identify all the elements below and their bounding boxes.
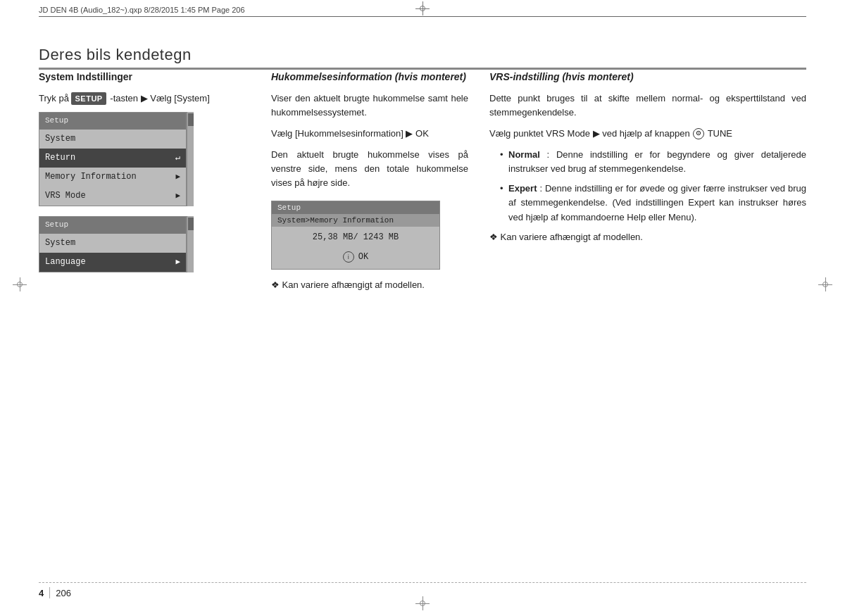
bullet-expert-label: Expert <box>508 183 539 194</box>
menu-box-2: Setup System Language ▶ <box>39 216 250 272</box>
col-mid-body2: Vælg [Hukommelsesinformation] ▶ OK <box>271 127 468 141</box>
setup-label: SETUP <box>71 92 106 106</box>
memory-box: Setup System>Memory Information 25,38 MB… <box>271 201 440 270</box>
menu1-scroll-thumb <box>188 113 194 126</box>
menu1-item-return: Return ↵ <box>39 149 186 168</box>
section-title-bar: Deres bils kendetegn <box>39 46 806 70</box>
menu1-item-vrs: VRS Mode ▶ <box>39 187 186 206</box>
col-right: VRS-indstilling (hvis monteret) Dette pu… <box>489 70 806 574</box>
menu1-item-system: System <box>39 130 186 149</box>
menu2-item-language: Language ▶ <box>39 253 186 272</box>
menu1-header: Setup <box>39 113 186 130</box>
instruction-suffix: -tasten ▶ Vælg [System] <box>110 93 210 103</box>
col-mid-body1: Viser den aktuelt brugte hukommelse samt… <box>271 92 468 120</box>
bullet-list: Normal : Denne indstilling er for begynd… <box>500 148 806 225</box>
col-mid-note: ❖ Kan variere afhængigt af modellen. <box>271 278 468 292</box>
footer-page: 206 <box>56 588 71 598</box>
ok-button: i OK <box>272 248 439 266</box>
menu1-item-memory: Memory Information ▶ <box>39 168 186 187</box>
menu2-header: Setup <box>39 217 186 234</box>
instruction-prefix: Tryk på <box>39 93 69 103</box>
crosshair-bottom <box>415 596 430 610</box>
crosshair-right <box>818 277 832 291</box>
col-right-note: ❖ Kan variere afhængigt af modellen. <box>489 230 806 244</box>
instruction-text: Tryk på SETUP -tasten ▶ Vælg [System] <box>39 92 250 106</box>
bullet-expert-text: : Denne indstilling er for øvede og give… <box>508 183 806 222</box>
menu2-item-system: System <box>39 234 186 253</box>
col-mid: Hukommelsesinformation (hvis monteret) V… <box>271 70 468 574</box>
section-title-text: Deres bils kendetegn <box>39 46 192 63</box>
header-meta-text: JD DEN 4B (Audio_182~).qxp 8/28/2015 1:4… <box>39 6 245 14</box>
col-left-heading: System Indstillinger <box>39 70 250 84</box>
memory-box-subheader: System>Memory Information <box>272 214 439 227</box>
footer-num: 4 <box>39 588 44 598</box>
col-right-body1: Dette punkt bruges til at skifte mellem … <box>489 92 806 120</box>
menu1-scrollbar[interactable] <box>187 112 194 206</box>
col-left: System Indstillinger Tryk på SETUP -tast… <box>39 70 250 574</box>
bullet-normal-text: : Denne indstilling er for begyndere og … <box>508 149 806 174</box>
col-mid-heading: Hukommelsesinformation (hvis monteret) <box>271 70 468 84</box>
col-right-body2: Vælg punktet VRS Mode ▶ ved hjælp af kna… <box>489 127 806 141</box>
bullet-normal-label: Normal <box>508 149 547 160</box>
memory-arrow: ▶ <box>175 171 180 184</box>
col-right-heading: VRS-indstilling (hvis monteret) <box>489 70 806 84</box>
footer-divider <box>49 587 50 598</box>
language-arrow: ▶ <box>175 256 180 269</box>
menu2-scroll-thumb <box>188 218 194 230</box>
crosshair-left <box>13 277 27 291</box>
ok-circle-icon: i <box>343 251 354 263</box>
memory-value: 25,38 MB/ 1243 MB <box>272 227 439 248</box>
menu-box-1: Setup System Return ↵ Memory Information… <box>39 112 250 206</box>
bullet-item-normal: Normal : Denne indstilling er for begynd… <box>500 148 806 176</box>
crosshair-top <box>415 1 430 15</box>
memory-box-header: Setup <box>272 201 439 214</box>
ok-label: OK <box>358 252 368 262</box>
col-mid-body3: Den aktuelt brugte hukommelse vises på v… <box>271 148 468 190</box>
vrs-arrow: ▶ <box>175 190 180 203</box>
return-icon: ↵ <box>175 151 180 165</box>
bullet-item-expert: Expert : Denne indstilling er for øvede … <box>500 182 806 224</box>
main-content: System Indstillinger Tryk på SETUP -tast… <box>39 70 806 574</box>
tune-icon: ⊙ <box>693 128 704 139</box>
menu2-scrollbar[interactable] <box>187 216 194 272</box>
